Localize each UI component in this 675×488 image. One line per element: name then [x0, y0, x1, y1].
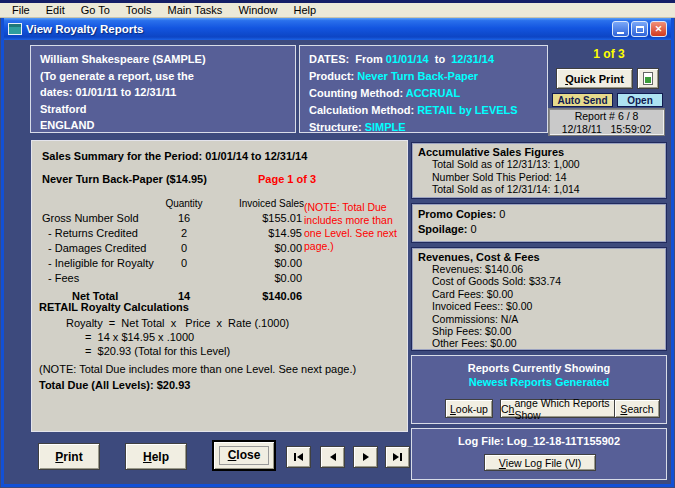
calc-result: = $20.93 (Total for this Level)	[85, 345, 399, 357]
report-details-panel: DATES: From 01/01/14 to 12/31/14 Product…	[299, 45, 548, 133]
calc-title: RETAIL Royalty Calculations	[39, 301, 399, 313]
menu-edit[interactable]: Edit	[38, 4, 73, 16]
invoiced-sales-header: Invoiced Sales	[214, 198, 306, 209]
minimize-button[interactable]	[612, 21, 629, 37]
previous-record-button[interactable]	[320, 446, 345, 468]
next-record-icon	[363, 453, 369, 461]
window-title: View Royalty Reports	[26, 23, 143, 35]
previous-record-icon	[330, 453, 336, 461]
revenues-line: Cost of Goods Sold: $33.74	[418, 275, 660, 287]
reports-showing-title: Reports Currently Showing	[412, 362, 666, 374]
revenues-panel: Revenues, Cost & Fees Revenues: $140.06 …	[411, 247, 667, 351]
accumulative-line: Total Sold as of 12/31/13: 1,000	[418, 158, 660, 171]
table-row: - Returns Credited 2 $14.95	[42, 225, 332, 240]
help-button[interactable]: Help	[125, 443, 187, 470]
table-header-row: Quantity Invoiced Sales	[42, 197, 332, 210]
reports-showing-mode: Newest Reports Generated	[412, 376, 666, 388]
revenues-line: Invoiced Fees:: $0.00	[418, 300, 660, 312]
close-window-button[interactable]: ✕	[650, 21, 667, 37]
customer-country: ENGLAND	[40, 117, 295, 134]
accumulative-line: Total Sold as of 12/31/14: 1,014	[418, 183, 660, 196]
title-bar[interactable]: View Royalty Reports ✕	[4, 18, 671, 40]
calculation-method-row: Calculation Method: RETAIL by LEVELS	[309, 102, 547, 119]
log-file-label: Log File: Log_12-18-11T155902	[412, 435, 666, 447]
close-button[interactable]: Close	[212, 440, 276, 471]
date-from: 01/01/14	[386, 53, 429, 65]
window-client-area: William Shakespeare (SAMPLE) (To generat…	[4, 40, 671, 484]
structure-value: SIMPLE	[365, 121, 406, 133]
menu-go-to[interactable]: Go To	[73, 4, 118, 16]
next-record-button[interactable]	[353, 446, 378, 468]
structure-row: Structure: SIMPLE	[309, 119, 547, 136]
window-form-icon	[8, 23, 22, 35]
report-timestamp: 12/18/11 15:59:02	[549, 123, 664, 136]
reports-showing-panel: Reports Currently Showing Newest Reports…	[411, 355, 667, 424]
dates-row: DATES: From 01/01/14 to 12/31/14	[309, 51, 547, 68]
table-row: - Fees $0.00	[42, 270, 332, 285]
product-label: Product:	[309, 70, 357, 82]
sales-table: Quantity Invoiced Sales Gross Number Sol…	[42, 197, 332, 303]
table-row: Gross Number Sold 16 $155.01	[42, 210, 332, 225]
page-label: Page 1 of 3	[258, 173, 316, 185]
counting-method-value: ACCRUAL	[406, 87, 460, 99]
total-due: Total Due (All Levels): $20.93	[39, 379, 399, 391]
look-up-button[interactable]: Look-up	[445, 399, 493, 418]
log-file-panel: Log File: Log_12-18-11T155902 View Log F…	[411, 428, 667, 480]
product-value: Never Turn Back-Paper	[357, 70, 478, 82]
dates-to-word: to	[429, 53, 452, 65]
calc-substitution: = 14 x $14.95 x .1000	[85, 331, 399, 343]
calc-formula: Royalty = Net Total x Price x Rate (.100…	[66, 317, 399, 329]
customer-city: Stratford	[40, 101, 295, 118]
menu-bar: File Edit Go To Tools Main Tasks Window …	[0, 3, 675, 18]
search-button[interactable]: Search	[614, 399, 660, 418]
quick-print-button[interactable]: Quick Print	[556, 68, 633, 89]
accumulative-sales-panel: Accumulative Sales Figures Total Sold as…	[411, 142, 667, 199]
promo-spoilage-panel: Promo Copies: 0 Spoilage: 0	[411, 203, 667, 243]
first-record-button[interactable]	[286, 446, 311, 468]
last-record-button[interactable]	[385, 446, 410, 468]
date-to: 12/31/14	[451, 53, 494, 65]
revenues-line: Revenues: $140.06	[418, 263, 660, 275]
auto-send-button[interactable]: Auto Send	[552, 93, 613, 107]
first-record-icon	[294, 453, 296, 461]
calculation-method-label: Calculation Method:	[309, 104, 417, 116]
calculation-method-value: RETAIL by LEVELS	[417, 104, 517, 116]
view-royalty-reports-window: View Royalty Reports ✕ William Shakespea…	[1, 18, 674, 487]
menu-file[interactable]: File	[4, 4, 38, 16]
menu-window[interactable]: Window	[230, 4, 285, 16]
print-preview-button[interactable]	[637, 68, 659, 89]
revenues-line: Ship Fees: $0.00	[418, 325, 660, 337]
royalty-calculations: RETAIL Royalty Calculations Royalty = Ne…	[39, 301, 399, 391]
summary-title: Sales Summary for the Period: 01/01/14 t…	[42, 150, 307, 162]
table-row: - Ineligible for Royalty 0 $0.00	[42, 255, 332, 270]
document-icon	[643, 72, 653, 85]
counting-method-label: Counting Method:	[309, 87, 406, 99]
revenues-line: Other Fees: $0.00	[418, 337, 660, 349]
table-row: - Damages Credited 0 $0.00	[42, 240, 332, 255]
revenues-line: Card Fees: $0.00	[418, 288, 660, 300]
product-price-line: Never Turn Back-Paper ($14.95)	[42, 173, 207, 185]
print-button[interactable]: Print	[38, 443, 100, 470]
open-button[interactable]: Open	[617, 93, 663, 107]
sales-summary-panel: Sales Summary for the Period: 01/01/14 t…	[31, 140, 408, 432]
structure-label: Structure:	[309, 121, 365, 133]
quantity-header: Quantity	[154, 198, 214, 209]
menu-tools[interactable]: Tools	[118, 4, 160, 16]
menu-help[interactable]: Help	[286, 4, 325, 16]
customer-note-line1: (To generate a report, use the	[40, 68, 295, 85]
view-log-file-button[interactable]: View Log File (Vl)	[484, 454, 596, 471]
levels-side-note: (NOTE: Total Due includes more than one …	[304, 201, 408, 253]
menu-main-tasks[interactable]: Main Tasks	[160, 4, 231, 16]
close-icon: ✕	[655, 24, 663, 34]
last-record-icon	[393, 453, 399, 461]
revenues-title: Revenues, Cost & Fees	[418, 251, 660, 263]
dates-label: DATES: From	[309, 53, 383, 65]
accumulative-title: Accumulative Sales Figures	[418, 146, 660, 158]
report-number: Report # 6 / 8	[549, 110, 664, 123]
change-reports-button[interactable]: Change Which Reports Show	[500, 399, 623, 418]
spoilage-row: Spoilage: 0	[418, 222, 660, 237]
report-number-box: Report # 6 / 8 12/18/11 15:59:02	[548, 108, 665, 136]
promo-copies-row: Promo Copies: 0	[418, 207, 660, 222]
revenues-line: Commissions: N/A	[418, 313, 660, 325]
maximize-button[interactable]	[631, 21, 648, 37]
